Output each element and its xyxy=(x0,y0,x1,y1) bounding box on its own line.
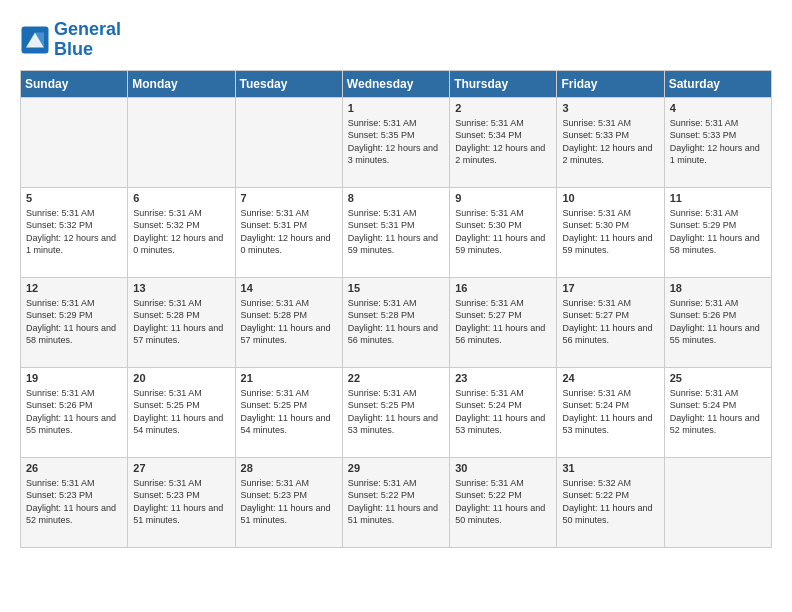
day-number: 1 xyxy=(348,102,444,114)
day-number: 8 xyxy=(348,192,444,204)
calendar-cell: 21Sunrise: 5:31 AM Sunset: 5:25 PM Dayli… xyxy=(235,367,342,457)
day-number: 9 xyxy=(455,192,551,204)
logo-icon xyxy=(20,25,50,55)
day-info: Sunrise: 5:31 AM Sunset: 5:29 PM Dayligh… xyxy=(26,297,122,347)
calendar-cell: 17Sunrise: 5:31 AM Sunset: 5:27 PM Dayli… xyxy=(557,277,664,367)
day-header-monday: Monday xyxy=(128,70,235,97)
day-info: Sunrise: 5:31 AM Sunset: 5:25 PM Dayligh… xyxy=(241,387,337,437)
day-info: Sunrise: 5:31 AM Sunset: 5:31 PM Dayligh… xyxy=(241,207,337,257)
day-number: 18 xyxy=(670,282,766,294)
calendar-cell: 5Sunrise: 5:31 AM Sunset: 5:32 PM Daylig… xyxy=(21,187,128,277)
calendar-cell: 10Sunrise: 5:31 AM Sunset: 5:30 PM Dayli… xyxy=(557,187,664,277)
day-info: Sunrise: 5:31 AM Sunset: 5:27 PM Dayligh… xyxy=(562,297,658,347)
day-number: 17 xyxy=(562,282,658,294)
day-number: 12 xyxy=(26,282,122,294)
day-number: 26 xyxy=(26,462,122,474)
day-info: Sunrise: 5:31 AM Sunset: 5:32 PM Dayligh… xyxy=(133,207,229,257)
day-info: Sunrise: 5:31 AM Sunset: 5:30 PM Dayligh… xyxy=(562,207,658,257)
calendar-cell: 30Sunrise: 5:31 AM Sunset: 5:22 PM Dayli… xyxy=(450,457,557,547)
day-number: 13 xyxy=(133,282,229,294)
day-info: Sunrise: 5:31 AM Sunset: 5:23 PM Dayligh… xyxy=(241,477,337,527)
day-info: Sunrise: 5:31 AM Sunset: 5:34 PM Dayligh… xyxy=(455,117,551,167)
day-number: 2 xyxy=(455,102,551,114)
calendar-cell: 13Sunrise: 5:31 AM Sunset: 5:28 PM Dayli… xyxy=(128,277,235,367)
day-number: 28 xyxy=(241,462,337,474)
day-header-thursday: Thursday xyxy=(450,70,557,97)
calendar-cell: 1Sunrise: 5:31 AM Sunset: 5:35 PM Daylig… xyxy=(342,97,449,187)
day-number: 15 xyxy=(348,282,444,294)
day-info: Sunrise: 5:31 AM Sunset: 5:32 PM Dayligh… xyxy=(26,207,122,257)
calendar-cell: 19Sunrise: 5:31 AM Sunset: 5:26 PM Dayli… xyxy=(21,367,128,457)
day-number: 5 xyxy=(26,192,122,204)
calendar-cell: 14Sunrise: 5:31 AM Sunset: 5:28 PM Dayli… xyxy=(235,277,342,367)
day-number: 27 xyxy=(133,462,229,474)
calendar-table: SundayMondayTuesdayWednesdayThursdayFrid… xyxy=(20,70,772,548)
calendar-cell: 25Sunrise: 5:31 AM Sunset: 5:24 PM Dayli… xyxy=(664,367,771,457)
calendar-cell: 16Sunrise: 5:31 AM Sunset: 5:27 PM Dayli… xyxy=(450,277,557,367)
calendar-cell: 23Sunrise: 5:31 AM Sunset: 5:24 PM Dayli… xyxy=(450,367,557,457)
calendar-cell xyxy=(21,97,128,187)
logo: General Blue xyxy=(20,20,121,60)
day-number: 25 xyxy=(670,372,766,384)
day-number: 3 xyxy=(562,102,658,114)
calendar-cell: 20Sunrise: 5:31 AM Sunset: 5:25 PM Dayli… xyxy=(128,367,235,457)
calendar-cell xyxy=(128,97,235,187)
calendar-cell: 11Sunrise: 5:31 AM Sunset: 5:29 PM Dayli… xyxy=(664,187,771,277)
calendar-cell: 18Sunrise: 5:31 AM Sunset: 5:26 PM Dayli… xyxy=(664,277,771,367)
day-number: 11 xyxy=(670,192,766,204)
day-number: 22 xyxy=(348,372,444,384)
day-info: Sunrise: 5:31 AM Sunset: 5:22 PM Dayligh… xyxy=(455,477,551,527)
day-info: Sunrise: 5:31 AM Sunset: 5:23 PM Dayligh… xyxy=(133,477,229,527)
day-info: Sunrise: 5:31 AM Sunset: 5:25 PM Dayligh… xyxy=(348,387,444,437)
day-info: Sunrise: 5:31 AM Sunset: 5:33 PM Dayligh… xyxy=(670,117,766,167)
calendar-cell: 8Sunrise: 5:31 AM Sunset: 5:31 PM Daylig… xyxy=(342,187,449,277)
day-number: 30 xyxy=(455,462,551,474)
day-header-tuesday: Tuesday xyxy=(235,70,342,97)
day-info: Sunrise: 5:31 AM Sunset: 5:24 PM Dayligh… xyxy=(562,387,658,437)
day-number: 31 xyxy=(562,462,658,474)
day-header-saturday: Saturday xyxy=(664,70,771,97)
calendar-week-3: 12Sunrise: 5:31 AM Sunset: 5:29 PM Dayli… xyxy=(21,277,772,367)
calendar-cell: 2Sunrise: 5:31 AM Sunset: 5:34 PM Daylig… xyxy=(450,97,557,187)
day-number: 20 xyxy=(133,372,229,384)
calendar-cell: 29Sunrise: 5:31 AM Sunset: 5:22 PM Dayli… xyxy=(342,457,449,547)
day-number: 23 xyxy=(455,372,551,384)
calendar-cell: 24Sunrise: 5:31 AM Sunset: 5:24 PM Dayli… xyxy=(557,367,664,457)
day-info: Sunrise: 5:31 AM Sunset: 5:27 PM Dayligh… xyxy=(455,297,551,347)
day-info: Sunrise: 5:31 AM Sunset: 5:26 PM Dayligh… xyxy=(26,387,122,437)
calendar-cell: 3Sunrise: 5:31 AM Sunset: 5:33 PM Daylig… xyxy=(557,97,664,187)
day-info: Sunrise: 5:31 AM Sunset: 5:29 PM Dayligh… xyxy=(670,207,766,257)
day-number: 19 xyxy=(26,372,122,384)
day-header-sunday: Sunday xyxy=(21,70,128,97)
calendar-cell xyxy=(235,97,342,187)
day-info: Sunrise: 5:31 AM Sunset: 5:35 PM Dayligh… xyxy=(348,117,444,167)
calendar-body: 1Sunrise: 5:31 AM Sunset: 5:35 PM Daylig… xyxy=(21,97,772,547)
calendar-cell: 27Sunrise: 5:31 AM Sunset: 5:23 PM Dayli… xyxy=(128,457,235,547)
calendar-cell: 31Sunrise: 5:32 AM Sunset: 5:22 PM Dayli… xyxy=(557,457,664,547)
calendar-week-5: 26Sunrise: 5:31 AM Sunset: 5:23 PM Dayli… xyxy=(21,457,772,547)
day-info: Sunrise: 5:31 AM Sunset: 5:31 PM Dayligh… xyxy=(348,207,444,257)
day-number: 14 xyxy=(241,282,337,294)
day-number: 16 xyxy=(455,282,551,294)
calendar-cell: 12Sunrise: 5:31 AM Sunset: 5:29 PM Dayli… xyxy=(21,277,128,367)
day-info: Sunrise: 5:32 AM Sunset: 5:22 PM Dayligh… xyxy=(562,477,658,527)
calendar-week-2: 5Sunrise: 5:31 AM Sunset: 5:32 PM Daylig… xyxy=(21,187,772,277)
calendar-cell: 6Sunrise: 5:31 AM Sunset: 5:32 PM Daylig… xyxy=(128,187,235,277)
day-number: 6 xyxy=(133,192,229,204)
calendar-cell: 15Sunrise: 5:31 AM Sunset: 5:28 PM Dayli… xyxy=(342,277,449,367)
calendar-cell: 22Sunrise: 5:31 AM Sunset: 5:25 PM Dayli… xyxy=(342,367,449,457)
calendar-cell: 4Sunrise: 5:31 AM Sunset: 5:33 PM Daylig… xyxy=(664,97,771,187)
day-number: 21 xyxy=(241,372,337,384)
day-number: 24 xyxy=(562,372,658,384)
logo-text: General Blue xyxy=(54,20,121,60)
day-header-wednesday: Wednesday xyxy=(342,70,449,97)
day-info: Sunrise: 5:31 AM Sunset: 5:30 PM Dayligh… xyxy=(455,207,551,257)
calendar-cell: 9Sunrise: 5:31 AM Sunset: 5:30 PM Daylig… xyxy=(450,187,557,277)
day-info: Sunrise: 5:31 AM Sunset: 5:24 PM Dayligh… xyxy=(670,387,766,437)
day-info: Sunrise: 5:31 AM Sunset: 5:28 PM Dayligh… xyxy=(133,297,229,347)
calendar-header: SundayMondayTuesdayWednesdayThursdayFrid… xyxy=(21,70,772,97)
calendar-cell xyxy=(664,457,771,547)
day-info: Sunrise: 5:31 AM Sunset: 5:28 PM Dayligh… xyxy=(348,297,444,347)
day-info: Sunrise: 5:31 AM Sunset: 5:22 PM Dayligh… xyxy=(348,477,444,527)
calendar-week-1: 1Sunrise: 5:31 AM Sunset: 5:35 PM Daylig… xyxy=(21,97,772,187)
